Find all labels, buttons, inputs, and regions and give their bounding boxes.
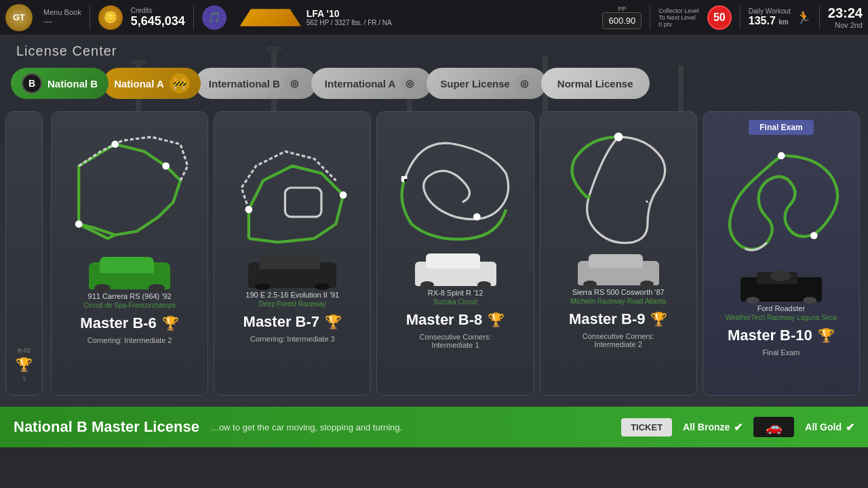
tab-badge-intl-a: ◎ [401, 75, 418, 92]
divider-4 [740, 5, 741, 30]
tab-super[interactable]: Super License ◎ [427, 68, 547, 99]
tab-label-national-a: National A [114, 78, 164, 89]
partial-card: B-02 🏆 1 [5, 111, 43, 396]
daily-value: 135.7 km [749, 15, 791, 27]
track-name-b9: Michelin Raceway Road Atlanta [570, 298, 666, 305]
svg-point-5 [130, 60, 146, 65]
tab-badge-national-b: B [22, 73, 42, 94]
tab-national-b[interactable]: B National B [11, 68, 108, 99]
car-silhouette-b7 [248, 256, 336, 288]
collector-level-badge: 50 [707, 5, 732, 30]
svg-point-19 [810, 232, 818, 239]
all-gold-label: All Gold [805, 422, 842, 432]
svg-point-16 [614, 133, 623, 142]
card-b7[interactable]: 190 E 2.5-16 Evolution II '91 Deep Fores… [214, 111, 371, 396]
master-label-b9: Master B-9🏆 [569, 310, 667, 328]
card-b8[interactable]: RX-8 Spirit R '12 Suzuka Circuit Master … [376, 111, 534, 396]
car-info: LFA '10 562 HP / 3327 lbs. / FR / NA [307, 8, 392, 26]
card-b9[interactable]: Sierra RS 500 Cosworth '87 Michelin Race… [540, 111, 697, 396]
daily-workout-section: Daily Workout 135.7 km 🏃 [749, 7, 811, 27]
track-name-b8: Suzuka Circuit [433, 298, 477, 306]
car-silhouette-b9 [578, 256, 659, 285]
bottom-description: …ow to get the car moving, stopping and … [210, 422, 610, 432]
pp-section: PP 600.90 [602, 5, 642, 29]
collector-label: Collector Level [658, 7, 699, 14]
svg-point-8 [162, 163, 170, 170]
track-name-b6: Circuit de Spa-Francorchamps [83, 302, 176, 309]
cards-area: B-02 🏆 1 911 [0, 111, 868, 416]
final-exam-badge: Final Exam [749, 120, 813, 135]
music-icon[interactable]: 🎵 [202, 5, 226, 30]
svg-point-9 [111, 140, 119, 148]
tab-label-intl-a: International A [325, 78, 395, 89]
svg-rect-10 [285, 188, 322, 217]
clock-time: 23:24 [828, 5, 863, 21]
tab-national-a[interactable]: National A 🚧 [103, 68, 201, 99]
daily-info: Daily Workout 135.7 km [749, 7, 791, 27]
daily-label: Daily Workout [749, 7, 791, 15]
tab-normal[interactable]: Normal License [541, 68, 650, 99]
divider-2 [193, 5, 194, 30]
top-bar: GT Menu Book --- 🪙 Credits 5,645,034 🎵 L… [0, 0, 868, 35]
car-silhouette-b6 [89, 256, 170, 289]
collector-pts: 0 pts [658, 21, 672, 28]
svg-point-12 [245, 206, 253, 214]
car-name-b7: 190 E 2.5-16 Evolution II '91 [245, 291, 339, 299]
page-title: License Center [16, 43, 117, 59]
all-bronze-label: All Bronze [683, 422, 730, 432]
pp-value: 600.90 [602, 12, 642, 29]
tab-intl-b[interactable]: International B ◎ [195, 68, 317, 99]
master-label-b8: Master B-8🏆 [406, 311, 505, 329]
svg-line-17 [646, 201, 648, 203]
car-name-b10: Ford Roadster [757, 304, 805, 312]
divider-3 [650, 5, 650, 30]
partial-card-sub: 1 [22, 375, 25, 382]
pp-label: PP [618, 5, 626, 12]
partial-card-label: B-02 [18, 347, 31, 354]
car-silhouette-b10 [741, 269, 822, 302]
skill-b9: Consecutive Corners:Intermediate 2 [583, 332, 654, 348]
track-map-b8 [382, 120, 528, 256]
credits-value: 5,645,034 [131, 14, 185, 28]
menu-book-label: Menu Book [43, 8, 81, 16]
track-map-b9 [546, 120, 691, 256]
clock-section: 23:24 Nov 2nd [828, 5, 863, 29]
gold-check-icon: ✔ [846, 421, 854, 434]
collector-section: Collector Level To Next Level 0 pts [658, 7, 699, 28]
skill-b6: Cornering: Intermediate 2 [87, 336, 172, 344]
main-area: License Center B National B National A 🚧… [0, 35, 868, 447]
svg-rect-14 [405, 179, 408, 182]
divider-5 [819, 5, 820, 30]
tab-label-national-b: National B [47, 78, 98, 89]
master-label-b10: Master B-10🏆 [728, 327, 835, 344]
clock-date: Nov 2nd [835, 21, 863, 29]
svg-point-11 [340, 191, 347, 199]
card-b6[interactable]: 911 Carrera RS (964) '92 Circuit de Spa-… [51, 111, 208, 396]
all-bronze-section: All Bronze ✔ [683, 421, 743, 434]
skill-b7: Cornering: Intermediate 3 [250, 335, 335, 343]
license-tabs: B National B National A 🚧 International … [11, 66, 857, 101]
tab-badge-intl-b: ◎ [285, 75, 303, 92]
tab-intl-a[interactable]: International A ◎ [311, 68, 432, 99]
svg-point-18 [778, 152, 785, 159]
car-silhouette-bottom: 🚗 [753, 417, 794, 437]
track-map-b10 [709, 140, 854, 269]
gt-logo: GT [5, 4, 33, 31]
svg-point-6 [266, 46, 282, 52]
runner-icon: 🏃 [796, 10, 811, 25]
menu-book-val: --- [43, 16, 81, 26]
car-name-b6: 911 Carrera RS (964) '92 [88, 292, 172, 300]
tab-label-normal: Normal License [557, 78, 633, 89]
partial-card-trophy: 🏆 [16, 357, 33, 373]
track-map-b6 [57, 120, 202, 256]
car-name-b8: RX-8 Spirit R '12 [428, 289, 484, 297]
coin-icon: 🪙 [98, 5, 123, 30]
ticket-button[interactable]: TICKET [621, 418, 672, 436]
menu-book-section: Menu Book --- [43, 8, 81, 26]
bottom-license-title: National B Master License [14, 418, 199, 436]
all-gold-section: All Gold ✔ [805, 421, 854, 434]
credits-section: Credits 5,645,034 [131, 7, 185, 28]
track-map-b7 [220, 120, 365, 256]
car-section: LFA '10 562 HP / 3327 lbs. / FR / NA [235, 5, 595, 30]
card-b10[interactable]: Final Exam Ford Roadster WeatherTech Rac… [703, 111, 860, 396]
